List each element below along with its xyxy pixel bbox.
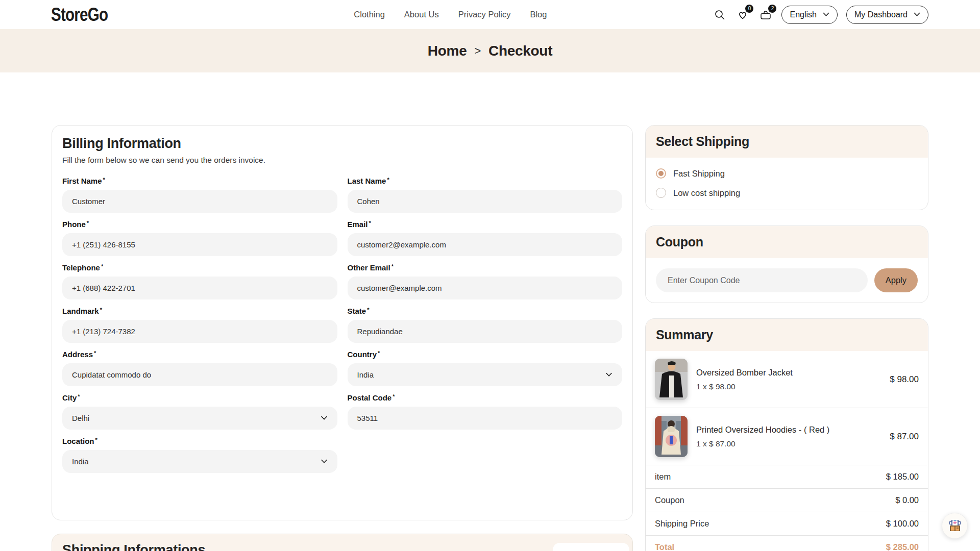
- shipping-option-low-cost-label: Low cost shipping: [673, 188, 740, 198]
- postal-code-input[interactable]: [348, 407, 623, 430]
- required-mark: *: [369, 220, 371, 226]
- breadcrumb-current: Checkout: [488, 43, 552, 59]
- checkout-main: Billing Information Fill the form below …: [0, 125, 980, 551]
- landmark-input[interactable]: [62, 320, 337, 343]
- summary-title: Summary: [656, 328, 918, 342]
- country-select[interactable]: India: [348, 363, 623, 386]
- summary-row-value: $ 0.00: [895, 495, 919, 505]
- cart-count-badge: 2: [768, 5, 776, 13]
- state-input[interactable]: [348, 320, 623, 343]
- radio-selected-icon[interactable]: [656, 168, 666, 179]
- item-name: Printed Oversized Hoodies - ( Red ): [696, 425, 829, 435]
- field-phone: Phone*: [62, 220, 337, 256]
- site-header: StoreGo Clothing About Us Privacy Policy…: [0, 0, 980, 29]
- dashboard-select-value: My Dashboard: [854, 10, 908, 19]
- required-mark: *: [100, 307, 102, 313]
- required-mark: *: [387, 177, 389, 183]
- summary-row-coupon: Coupon $ 0.00: [646, 489, 928, 512]
- field-first-name: First Name*: [62, 177, 337, 213]
- nav-blog[interactable]: Blog: [530, 10, 547, 19]
- chevron-down-icon: [914, 12, 920, 17]
- product-image-hoodie: [655, 416, 688, 457]
- apply-coupon-button[interactable]: Apply: [874, 268, 918, 292]
- required-mark: *: [101, 263, 103, 269]
- summary-row-total: Total $ 285.00: [646, 536, 928, 551]
- logo[interactable]: StoreGo: [51, 4, 108, 26]
- select-shipping-title: Select Shipping: [656, 134, 918, 149]
- item-quantity: 1 x $ 98.00: [696, 382, 793, 391]
- left-column: Billing Information Fill the form below …: [52, 125, 633, 551]
- total-label: Total: [655, 542, 674, 551]
- field-last-name: Last Name*: [348, 177, 623, 213]
- chevron-down-icon: [605, 372, 612, 377]
- field-email: Email*: [348, 220, 623, 256]
- telephone-label: Telephone: [62, 263, 100, 272]
- required-mark: *: [94, 350, 96, 356]
- first-name-input[interactable]: [62, 190, 337, 213]
- location-select[interactable]: India: [62, 450, 337, 473]
- required-mark: *: [95, 437, 97, 443]
- required-mark: *: [393, 393, 395, 399]
- billing-title: Billing Information: [62, 136, 622, 152]
- coupon-panel: Coupon Apply: [645, 226, 928, 303]
- shipping-option-low-cost[interactable]: Low cost shipping: [656, 188, 918, 198]
- field-state: State*: [348, 307, 623, 343]
- last-name-label: Last Name: [348, 177, 386, 185]
- field-city: City* Delhi: [62, 393, 337, 430]
- address-input[interactable]: [62, 363, 337, 386]
- right-column: Select Shipping Fast Shipping Low cost s…: [645, 125, 928, 551]
- phone-input[interactable]: [62, 233, 337, 256]
- city-select[interactable]: Delhi: [62, 407, 337, 430]
- nav-privacy-policy[interactable]: Privacy Policy: [458, 10, 511, 19]
- summary-row-label: Shipping Price: [655, 519, 709, 529]
- wishlist-button[interactable]: 0: [736, 8, 750, 22]
- header-actions: 0 2 English My Dashboard: [713, 6, 928, 24]
- shipping-informations-toggle[interactable]: [553, 543, 629, 551]
- address-label: Address: [62, 350, 93, 359]
- required-mark: *: [367, 307, 369, 313]
- first-name-label: First Name: [62, 177, 102, 185]
- nav-about-us[interactable]: About Us: [404, 10, 439, 19]
- last-name-input[interactable]: [348, 190, 623, 213]
- dashboard-select[interactable]: My Dashboard: [846, 6, 928, 24]
- city-label: City: [62, 393, 77, 402]
- cart-button[interactable]: 2: [758, 8, 773, 22]
- product-image-bomber-jacket: [655, 359, 688, 400]
- telephone-input[interactable]: [62, 277, 337, 299]
- language-select[interactable]: English: [781, 6, 837, 24]
- field-location: Location* India: [62, 437, 337, 473]
- field-other-email: Other Email*: [348, 263, 623, 299]
- required-mark: *: [378, 350, 380, 356]
- item-price: $ 87.00: [890, 432, 919, 442]
- breadcrumb: Home > Checkout: [0, 29, 980, 72]
- summary-row-item: item $ 185.00: [646, 465, 928, 488]
- state-label: State: [348, 307, 366, 315]
- email-input[interactable]: [348, 233, 623, 256]
- other-email-input[interactable]: [348, 277, 623, 299]
- phone-label: Phone: [62, 220, 86, 229]
- shipping-informations-card: Shipping Informations: [52, 534, 633, 551]
- shipping-informations-title: Shipping Informations: [62, 542, 622, 551]
- shipping-option-fast[interactable]: Fast Shipping: [656, 168, 918, 179]
- nav-clothing[interactable]: Clothing: [354, 10, 385, 19]
- breadcrumb-home[interactable]: Home: [428, 43, 467, 59]
- billing-form: First Name* Last Name* Phone* Email* Tel: [62, 169, 622, 473]
- coupon-code-input[interactable]: [656, 268, 868, 292]
- select-shipping-panel: Select Shipping Fast Shipping Low cost s…: [645, 125, 928, 210]
- landmark-label: Landmark: [62, 307, 99, 315]
- search-button[interactable]: [713, 8, 727, 22]
- chevron-down-icon: [823, 12, 829, 17]
- required-mark: *: [87, 220, 89, 226]
- support-chat-button[interactable]: [942, 513, 968, 539]
- country-select-value: India: [357, 370, 374, 379]
- shirt-in-box-icon: [947, 518, 963, 534]
- summary-row-value: $ 100.00: [886, 519, 919, 529]
- summary-panel: Summary Oversized Bomber Jacket 1 x $: [645, 318, 928, 551]
- summary-item-hoodie: Printed Oversized Hoodies - ( Red ) 1 x …: [646, 408, 928, 465]
- location-label: Location: [62, 437, 94, 445]
- required-mark: *: [78, 393, 80, 399]
- radio-unselected-icon[interactable]: [656, 188, 666, 198]
- field-address: Address*: [62, 350, 337, 386]
- main-nav: Clothing About Us Privacy Policy Blog: [354, 10, 547, 19]
- chevron-down-icon: [321, 416, 328, 420]
